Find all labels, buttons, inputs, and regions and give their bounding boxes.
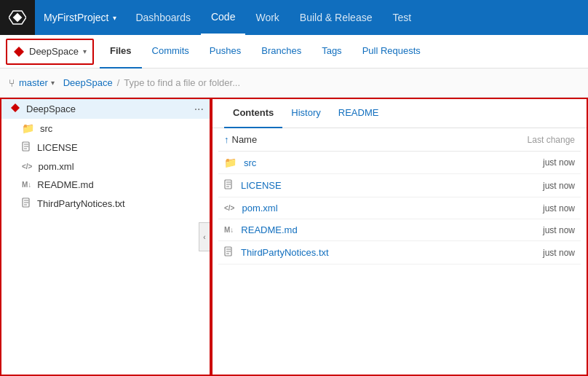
- collapse-panel-button[interactable]: ‹: [199, 222, 210, 251]
- sub-nav-branches[interactable]: Branches: [251, 35, 311, 68]
- sub-nav-tags[interactable]: Tags: [311, 35, 351, 68]
- tree-item-license[interactable]: LICENSE: [1, 138, 210, 157]
- file-row-change: just now: [488, 248, 575, 258]
- tab-contents[interactable]: Contents: [224, 99, 282, 128]
- file-row-name: LICENSE: [241, 180, 488, 191]
- tree-item-name: ThirdPartyNotices.txt: [37, 198, 125, 209]
- file-icon: [22, 141, 31, 154]
- svg-rect-0: [13, 13, 23, 23]
- sub-nav-links: Files Commits Pushes Branches Tags Pull …: [97, 35, 431, 68]
- nav-item-dashboards[interactable]: Dashboards: [125, 0, 201, 35]
- tree-item-readme[interactable]: M↓ README.md: [1, 176, 210, 194]
- branch-chevron-icon: ▾: [51, 79, 55, 87]
- branch-icon: ⑂: [9, 77, 15, 89]
- breadcrumb-repo[interactable]: DeepSpace: [63, 77, 113, 88]
- nav-item-work[interactable]: Work: [245, 0, 289, 35]
- tree-item-name: src: [40, 123, 52, 134]
- file-row-change: just now: [488, 157, 575, 168]
- file-row-change: just now: [488, 225, 575, 235]
- md-icon: M↓: [224, 226, 234, 234]
- file-table: ↑ Name Last change 📁 src just now LICENS…: [212, 128, 587, 375]
- tree-item-src[interactable]: 📁 src: [1, 119, 210, 138]
- sub-navigation: DeepSpace ▾ Files Commits Pushes Branche…: [0, 35, 588, 68]
- xml-icon: </>: [224, 204, 234, 212]
- tree-root-item[interactable]: DeepSpace ···: [1, 99, 210, 119]
- file-row-name: ThirdPartyNotices.txt: [241, 247, 488, 258]
- sort-icon: ↑: [224, 134, 229, 145]
- nav-item-code[interactable]: Code: [201, 0, 245, 35]
- tree-root-name: DeepSpace: [26, 103, 76, 114]
- top-nav-items: Dashboards Code Work Build & Release Tes…: [125, 0, 588, 35]
- branch-bar: ⑂ master ▾ DeepSpace / Type to find a fi…: [0, 68, 588, 98]
- svg-marker-1: [14, 47, 24, 57]
- folder-icon: 📁: [22, 122, 34, 134]
- app-logo[interactable]: [0, 0, 35, 35]
- column-change-label: Last change: [488, 135, 575, 145]
- column-name-label: Name: [232, 134, 488, 145]
- file-row-name: src: [244, 157, 488, 168]
- repo-chevron-icon: ▾: [83, 47, 87, 55]
- tree-item-name: pom.xml: [38, 161, 74, 172]
- file-row-name: README.md: [241, 224, 488, 235]
- sub-nav-commits[interactable]: Commits: [142, 35, 199, 68]
- tree-item-thirdparty[interactable]: ThirdPartyNotices.txt: [1, 194, 210, 214]
- repo-name: DeepSpace: [29, 46, 79, 57]
- content-tabs: Contents History README: [212, 99, 587, 128]
- file-row-change: just now: [488, 203, 575, 214]
- project-chevron-icon: ▾: [113, 14, 116, 22]
- top-navigation: MyFirstProject ▾ Dashboards Code Work Bu…: [0, 0, 588, 35]
- sub-nav-pull-requests[interactable]: Pull Requests: [352, 35, 431, 68]
- file-row[interactable]: ThirdPartyNotices.txt just now: [218, 241, 581, 265]
- repo-selector[interactable]: DeepSpace ▾: [6, 39, 94, 65]
- more-options-button[interactable]: ···: [194, 103, 204, 116]
- svg-marker-2: [11, 103, 20, 112]
- file-content-inner: Contents History README ↑ Name Last chan…: [211, 98, 588, 376]
- file-row[interactable]: </> pom.xml just now: [218, 197, 581, 219]
- nav-item-test[interactable]: Test: [382, 0, 421, 35]
- tree-item-name: LICENSE: [37, 142, 78, 153]
- file-tree-panel: DeepSpace ··· 📁 src LICENSE </> pom.xml …: [0, 98, 211, 376]
- xml-icon: </>: [22, 162, 32, 171]
- tab-history[interactable]: History: [282, 99, 329, 128]
- file-row-change: just now: [488, 181, 575, 191]
- branch-name: master: [19, 77, 48, 88]
- tree-item-name: README.md: [37, 179, 93, 190]
- md-icon: M↓: [22, 181, 31, 189]
- main-content: DeepSpace ··· 📁 src LICENSE </> pom.xml …: [0, 98, 588, 376]
- repo-diamond-icon: [13, 46, 25, 58]
- file-row[interactable]: LICENSE just now: [218, 174, 581, 197]
- file-icon: [224, 246, 234, 259]
- file-icon: [224, 179, 234, 192]
- root-repo-icon: [10, 103, 20, 115]
- sub-nav-files[interactable]: Files: [100, 35, 142, 68]
- breadcrumb: DeepSpace / Type to find a file or folde…: [63, 77, 240, 88]
- file-row-name: pom.xml: [242, 203, 488, 214]
- sub-nav-pushes[interactable]: Pushes: [199, 35, 251, 68]
- project-selector[interactable]: MyFirstProject ▾: [35, 0, 125, 35]
- file-content-panel: Contents History README ↑ Name Last chan…: [211, 98, 588, 376]
- file-row[interactable]: M↓ README.md just now: [218, 219, 581, 241]
- file-table-header: ↑ Name Last change: [218, 128, 581, 152]
- project-name: MyFirstProject: [44, 12, 108, 23]
- file-icon: [22, 197, 31, 210]
- file-search-hint[interactable]: Type to find a file or folder...: [124, 77, 240, 88]
- tree-item-pom[interactable]: </> pom.xml: [1, 157, 210, 176]
- breadcrumb-separator: /: [117, 77, 120, 88]
- branch-selector[interactable]: ⑂ master ▾: [9, 77, 55, 89]
- file-row[interactable]: 📁 src just now: [218, 152, 581, 174]
- tab-readme[interactable]: README: [330, 99, 388, 128]
- folder-icon: 📁: [224, 157, 237, 168]
- nav-item-build-release[interactable]: Build & Release: [290, 0, 383, 35]
